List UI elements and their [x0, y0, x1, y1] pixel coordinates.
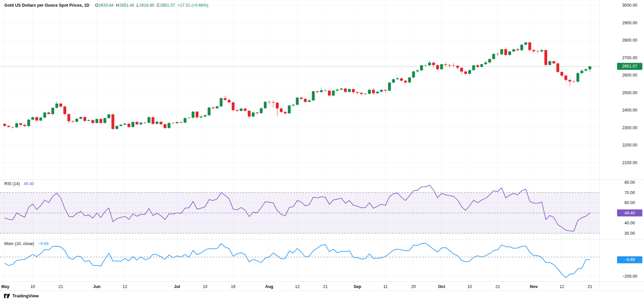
mom-name: Mom (10, close)	[4, 241, 34, 246]
ohlc-close-value: 2651.07	[160, 3, 175, 8]
tradingview-attribution[interactable]: TradingView	[4, 293, 39, 298]
ohlc-low-value: 2618.95	[139, 3, 154, 8]
rsi-name: RSI (14)	[4, 181, 20, 186]
symbol-legend: Gold US Dollars per Ounce Spot Prices, 1…	[4, 3, 208, 8]
change-value: +17.31 (+0.66%)	[177, 3, 208, 8]
ohlc-close-label: C	[157, 3, 160, 8]
ohlc-high-value: 2651.45	[119, 3, 134, 8]
mom-legend: Mom (10, close) −9.69	[4, 241, 49, 246]
mom-value: −9.69	[38, 241, 49, 246]
ohlc-high-label: H	[116, 3, 119, 8]
rsi-legend: RSI (14) 49.40	[4, 181, 34, 186]
ohlc-low-label: L	[137, 3, 139, 8]
trading-chart: Gold US Dollars per Ounce Spot Prices, 1…	[0, 0, 644, 303]
ohlc-open-value: 2633.84	[98, 3, 113, 8]
chart-canvas[interactable]: 2100.002200.002300.002400.002500.002600.…	[0, 0, 644, 303]
rsi-value: 49.40	[24, 181, 34, 186]
tradingview-logo-icon	[4, 294, 10, 298]
price-axis[interactable]	[599, 0, 644, 291]
symbol-title: Gold US Dollars per Ounce Spot Prices, 1…	[4, 3, 89, 8]
tradingview-label: TradingView	[12, 293, 39, 298]
ohlc-open-label: O	[95, 3, 98, 8]
time-axis[interactable]	[0, 282, 599, 291]
